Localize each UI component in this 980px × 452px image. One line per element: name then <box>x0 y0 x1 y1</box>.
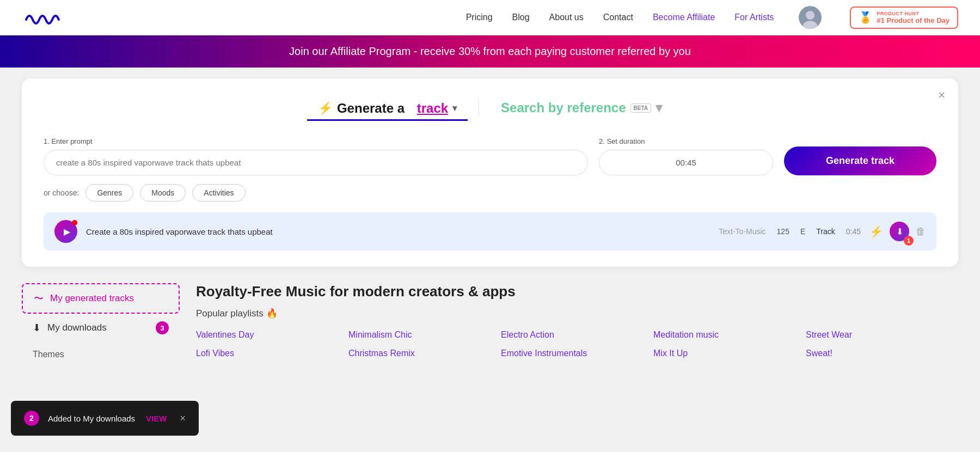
delete-button[interactable]: 🗑 <box>916 226 926 237</box>
playlist-lofi[interactable]: Lofi Vibes <box>196 346 348 361</box>
sidebar: 〜 My generated tracks ⬇ My downloads 3 T… <box>22 283 196 367</box>
affiliate-banner[interactable]: Join our Affiliate Program - receive 30%… <box>0 35 980 68</box>
nav-about[interactable]: About us <box>549 13 584 22</box>
bottom-section: 〜 My generated tracks ⬇ My downloads 3 T… <box>22 283 958 367</box>
track-row: ▶ Create a 80s inspired vaporwave track … <box>44 212 936 251</box>
playlist-valentines[interactable]: Valentines Day <box>196 328 348 342</box>
nav-artists[interactable]: For Artists <box>734 13 774 22</box>
prompt-group: 1. Enter prompt <box>44 137 588 175</box>
tab-generate[interactable]: ⚡ Generate a track ▾ <box>307 95 468 121</box>
popular-playlists-label: Popular playlists 🔥 <box>196 308 958 319</box>
close-button[interactable]: × <box>938 88 945 102</box>
nav-pricing[interactable]: Pricing <box>466 13 493 22</box>
tab-generate-word: track <box>417 101 448 116</box>
download-icon: ⬇ <box>896 227 903 237</box>
duration-label: 2. Set duration <box>599 137 773 145</box>
playlist-meditation[interactable]: Meditation music <box>653 328 806 342</box>
nav-blog[interactable]: Blog <box>512 13 530 22</box>
tab-search[interactable]: Search by reference BETA ▾ <box>490 95 673 121</box>
tab-search-text: Search by reference <box>501 100 626 115</box>
sidebar-item-generated-tracks[interactable]: 〜 My generated tracks <box>22 283 180 314</box>
download-sidebar-icon: ⬇ <box>33 322 41 334</box>
track-actions: ⚡ ⬇ 1 🗑 <box>869 222 926 241</box>
duration-group: 2. Set duration <box>599 137 773 175</box>
tab-generate-arrow[interactable]: ▾ <box>452 103 457 113</box>
sidebar-item-downloads[interactable]: ⬇ My downloads 3 <box>22 314 180 342</box>
toast-view-button[interactable]: VIEW <box>146 414 167 423</box>
content-title: Royalty-Free Music for modern creators &… <box>196 283 958 300</box>
ph-top-label: PRODUCT HUNT <box>877 11 950 16</box>
avatar[interactable] <box>799 6 822 29</box>
track-title: Create a 80s inspired vaporwave track th… <box>86 227 710 236</box>
chips-row: or choose: Genres Moods Activities <box>44 184 936 201</box>
track-meta: Text-To-Music 125 E Track 0:45 <box>719 227 861 236</box>
form-row: 1. Enter prompt 2. Set duration Generate… <box>44 137 936 175</box>
main-nav: Pricing Blog About us Contact Become Aff… <box>466 6 958 29</box>
beta-badge: BETA <box>630 103 651 113</box>
playlist-streetwear[interactable]: Street Wear <box>806 328 958 342</box>
ph-medal-icon: 🏅 <box>859 11 872 24</box>
or-choose-label: or choose: <box>44 188 79 197</box>
playlist-christmas[interactable]: Christmas Remix <box>348 346 501 361</box>
duration-input[interactable] <box>599 150 773 175</box>
track-label: Track <box>816 227 835 236</box>
playlist-electro[interactable]: Electro Action <box>501 328 653 342</box>
download-button[interactable]: ⬇ 1 <box>890 222 909 241</box>
svg-point-1 <box>806 11 814 20</box>
chip-genres[interactable]: Genres <box>85 184 133 201</box>
playlist-sweat[interactable]: Sweat! <box>806 346 958 361</box>
sidebar-downloads-label: My downloads <box>47 322 107 333</box>
wave-icon: 〜 <box>34 292 44 305</box>
nav-contact[interactable]: Contact <box>603 13 633 22</box>
download-badge: 1 <box>904 236 914 246</box>
product-hunt-badge[interactable]: 🏅 PRODUCT HUNT #1 Product of the Day <box>850 7 958 29</box>
content-area: Royalty-Free Music for modern creators &… <box>196 283 958 367</box>
header: Pricing Blog About us Contact Become Aff… <box>0 0 980 35</box>
playlist-mixitup[interactable]: Mix It Up <box>653 346 806 361</box>
toast-text: Added to My downloads <box>48 414 135 423</box>
lightning-icon: ⚡ <box>318 101 333 115</box>
regenerate-icon[interactable]: ⚡ <box>869 225 883 238</box>
generate-button[interactable]: Generate track <box>784 146 936 175</box>
play-icon: ▶ <box>64 227 70 237</box>
prompt-input[interactable] <box>44 150 588 175</box>
playlist-grid: Valentines Day Minimalism Chic Electro A… <box>196 328 958 361</box>
chip-moods[interactable]: Moods <box>140 184 186 201</box>
ph-bottom-label: #1 Product of the Day <box>877 16 950 25</box>
tab-search-arrow[interactable]: ▾ <box>656 100 662 115</box>
playlist-minimalism[interactable]: Minimalism Chic <box>348 328 501 342</box>
toast: 2 Added to My downloads VIEW × <box>11 401 199 436</box>
themes-label: Themes <box>22 342 180 367</box>
logo <box>22 8 65 27</box>
toast-close-button[interactable]: × <box>180 413 186 424</box>
playlist-emotive[interactable]: Emotive Instrumentals <box>501 346 653 361</box>
tab-divider <box>479 100 479 116</box>
main-content: × ⚡ Generate a track ▾ Search by referen… <box>0 68 980 378</box>
track-type: Text-To-Music <box>719 227 765 236</box>
track-key: E <box>800 227 805 236</box>
generator-card: × ⚡ Generate a track ▾ Search by referen… <box>22 78 958 267</box>
track-bpm: 125 <box>777 227 789 236</box>
track-duration: 0:45 <box>846 227 861 236</box>
toast-badge: 2 <box>24 411 39 426</box>
prompt-label: 1. Enter prompt <box>44 137 588 145</box>
nav-affiliate[interactable]: Become Affiliate <box>653 13 715 22</box>
tab-generate-prefix: Generate a <box>337 101 405 116</box>
generator-tabs: ⚡ Generate a track ▾ Search by reference… <box>44 95 936 121</box>
chip-activities[interactable]: Activities <box>192 184 245 201</box>
sidebar-generated-label: My generated tracks <box>50 293 134 304</box>
affiliate-banner-text: Join our Affiliate Program - receive 30%… <box>289 45 691 57</box>
recording-dot <box>72 220 77 225</box>
downloads-badge: 3 <box>156 321 169 334</box>
play-button[interactable]: ▶ <box>54 220 77 243</box>
